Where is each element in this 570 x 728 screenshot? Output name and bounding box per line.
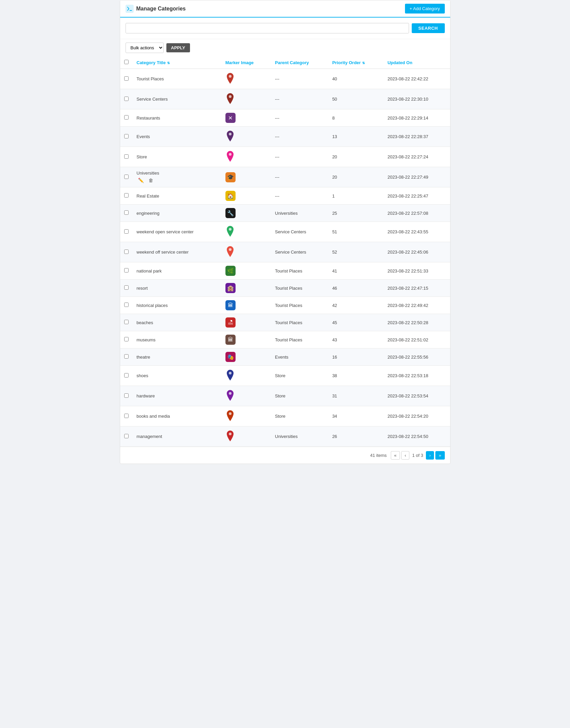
col-priority-order[interactable]: Priority Order ⇅ [328,56,383,69]
table-row: Universities✏️🗑🎓---202023-08-22 22:27:49 [120,167,450,187]
row-title: Service Centers [137,97,168,102]
row-title: Real Estate [137,193,159,199]
row-checkbox[interactable] [124,337,129,341]
table-row: beaches🏖Tourist Places452023-08-22 22:50… [120,314,450,331]
add-category-button[interactable]: + Add Category [405,4,445,14]
row-parent-cell: --- [271,167,328,187]
svg-rect-0 [126,5,134,13]
col-parent-category: Parent Category [271,56,328,69]
search-button[interactable]: SEARCH [412,23,445,33]
table-row: shoesStore382023-08-22 22:53:18 [120,366,450,386]
col-category-title[interactable]: Category Title ⇅ [133,56,221,69]
pin-marker-icon [225,389,235,401]
row-checkbox[interactable] [124,134,129,138]
row-updated-cell: 2023-08-22 22:28:37 [383,127,450,147]
row-checkbox[interactable] [124,76,129,81]
delete-button[interactable]: 🗑 [147,177,155,184]
pagination-last-button[interactable]: » [435,451,444,460]
pin-marker-icon [225,150,235,162]
row-checkbox[interactable] [124,414,129,418]
search-input[interactable] [126,23,409,33]
row-checkbox[interactable] [124,97,129,101]
row-title: hardware [137,393,155,398]
row-checkbox-cell [120,167,133,187]
row-title-cell: Tourist Places [133,69,221,89]
select-all-checkbox[interactable] [124,60,129,64]
header-left: Manage Categories [126,5,186,13]
svg-point-8 [229,392,232,395]
row-priority-cell: 8 [328,109,383,127]
table-row: managementUniversities262023-08-22 22:54… [120,426,450,447]
categories-table-wrapper: Category Title ⇅ Marker Image Parent Cat… [120,56,450,447]
svg-point-7 [229,372,232,374]
row-title: historical places [137,303,168,308]
pagination-first-button[interactable]: « [391,451,400,460]
row-checkbox[interactable] [124,268,129,272]
row-parent-cell: --- [271,147,328,167]
row-checkbox-cell [120,89,133,109]
row-priority-cell: 45 [328,314,383,331]
apply-button[interactable]: APPLY [166,43,190,52]
page-header: Manage Categories + Add Category [120,0,450,18]
row-marker-cell [221,147,271,167]
row-updated-cell: 2023-08-22 22:27:49 [383,167,450,187]
pagination-bar: 41 items « ‹ 1 of 3 › » [120,447,450,464]
row-checkbox[interactable] [124,320,129,324]
row-priority-cell: 13 [328,127,383,147]
row-marker-cell [221,426,271,447]
svg-point-3 [229,133,232,135]
svg-point-5 [229,228,232,231]
pin-marker-icon [225,369,235,381]
row-updated-cell: 2023-08-22 22:51:02 [383,331,450,348]
row-updated-cell: 2023-08-22 22:54:50 [383,426,450,447]
pagination-next-button[interactable]: › [426,451,434,460]
row-title-cell: resort [133,280,221,297]
row-parent-cell: Tourist Places [271,262,328,280]
sort-icon-priority: ⇅ [362,61,365,65]
row-checkbox-cell [120,242,133,262]
row-checkbox[interactable] [124,250,129,254]
row-checkbox[interactable] [124,175,129,179]
row-parent-cell: --- [271,127,328,147]
row-checkbox[interactable] [124,434,129,438]
row-checkbox-cell [120,280,133,297]
row-checkbox-cell [120,348,133,366]
pin-marker-icon [225,430,235,442]
table-row: Real Estate🏠---12023-08-22 22:25:47 [120,187,450,205]
row-updated-cell: 2023-08-22 22:43:55 [383,222,450,242]
row-updated-cell: 2023-08-22 22:45:06 [383,242,450,262]
row-checkbox-cell [120,297,133,314]
row-updated-cell: 2023-08-22 22:30:10 [383,89,450,109]
row-priority-cell: 25 [328,205,383,222]
row-updated-cell: 2023-08-22 22:27:24 [383,147,450,167]
row-checkbox[interactable] [124,115,129,120]
row-title: Restaurants [137,115,160,121]
row-priority-cell: 43 [328,331,383,348]
table-body: Tourist Places---402023-08-22 22:42:22Se… [120,69,450,447]
row-priority-cell: 42 [328,297,383,314]
row-checkbox[interactable] [124,393,129,398]
pagination-prev-button[interactable]: ‹ [401,451,409,460]
row-checkbox[interactable] [124,303,129,307]
row-title: shoes [137,373,148,378]
pin-marker-icon [225,245,235,258]
row-checkbox[interactable] [124,210,129,215]
row-priority-cell: 41 [328,262,383,280]
col-updated-on: Updated On [383,56,450,69]
table-row: Store---202023-08-22 22:27:24 [120,147,450,167]
bulk-actions-select[interactable]: Bulk actions Delete [126,43,164,53]
categories-table: Category Title ⇅ Marker Image Parent Cat… [120,56,450,447]
pin-marker-icon [225,93,235,105]
row-checkbox[interactable] [124,354,129,359]
edit-button[interactable]: ✏️ [137,177,145,184]
logo-icon [126,5,134,13]
row-checkbox[interactable] [124,154,129,159]
row-checkbox-cell [120,187,133,205]
row-title-cell: museums [133,331,221,348]
row-parent-cell: Tourist Places [271,280,328,297]
row-checkbox[interactable] [124,193,129,198]
row-checkbox[interactable] [124,373,129,378]
row-checkbox[interactable] [124,285,129,290]
square-marker-icon: 🏛 [225,335,236,345]
row-checkbox[interactable] [124,229,129,234]
